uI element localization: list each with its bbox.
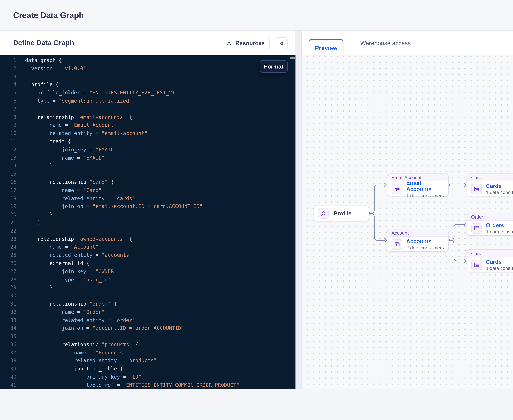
entity-consumer-count: 1 data consumers <box>486 229 513 234</box>
entity-consumer-count: 1 data consumers <box>486 265 513 271</box>
line-number: 7 <box>0 105 16 113</box>
code-text: join_on = "account.ID = order.ACCOUNTID" <box>16 324 184 332</box>
code-line: 7 <box>0 105 296 113</box>
entity-title-link[interactable]: Email Accounts <box>406 180 444 193</box>
line-number: 2 <box>0 64 16 72</box>
code-line: 14 } <box>0 162 296 170</box>
code-line: 11 trait { <box>0 137 296 145</box>
graph-canvas[interactable]: + − ProfileEmail Acco <box>302 55 513 389</box>
edge-arrowhead <box>464 259 466 262</box>
code-text: relationship "card" { <box>16 178 114 186</box>
code-line: 34 join_on = "account.ID = order.ACCOUNT… <box>0 324 296 332</box>
entity-title-link[interactable]: Cards <box>486 183 513 189</box>
code-line: 29 } <box>0 284 296 292</box>
line-number: 32 <box>0 308 16 316</box>
code-text: relationship "owned-accounts" { <box>16 235 132 243</box>
code-text: join_key = "OWNER" <box>16 267 117 275</box>
code-line: 38 related_entity = "products" <box>0 357 296 365</box>
entity-title-link[interactable]: Cards <box>486 259 513 265</box>
code-text: related_entity = "products" <box>16 357 157 365</box>
line-number: 3 <box>0 72 16 81</box>
code-text: version = "v1.0.0" <box>16 64 86 72</box>
entity-node-card-bottom[interactable]: Card Cards 1 data consumers <box>467 249 513 272</box>
code-line: 4 profile { <box>0 81 296 89</box>
code-line: 27 join_key = "OWNER" <box>0 267 296 275</box>
left-panel-header: Define Data Graph Resources « <box>0 31 296 55</box>
entity-node-order[interactable]: Order Orders 1 data consumers <box>467 213 513 236</box>
chevrons-left-icon: « <box>280 39 283 46</box>
code-line: 26 external_id { <box>0 259 296 267</box>
code-line: 1data_graph { <box>0 56 296 64</box>
entity-node-card-top[interactable]: Card Cards 1 data consumer <box>467 173 513 196</box>
resources-button[interactable]: Resources <box>221 37 270 49</box>
entity-consumer-count: 1 data consumers <box>406 193 444 198</box>
code-text: join_key = "EMAIL" <box>16 145 117 154</box>
line-number: 37 <box>0 349 16 357</box>
line-number: 12 <box>0 145 16 154</box>
panel-resize-divider[interactable] <box>296 31 302 389</box>
entity-header: Order <box>467 213 513 221</box>
line-number: 22 <box>0 227 16 235</box>
entity-consumer-count: 1 data consumer <box>486 189 513 195</box>
entity-icon-box <box>471 259 482 270</box>
code-line: 33 related_entity = "order" <box>0 316 296 324</box>
code-line: 37 name = "Products" <box>0 349 296 357</box>
format-button[interactable]: Format <box>260 60 288 73</box>
line-number: 36 <box>0 340 16 349</box>
line-number: 10 <box>0 129 16 137</box>
line-number: 17 <box>0 186 16 194</box>
entity-title-link[interactable]: Accounts <box>406 238 444 245</box>
user-icon <box>320 210 327 217</box>
code-line: 17 name = "Card" <box>0 186 296 194</box>
code-line: 16 relationship "card" { <box>0 178 296 186</box>
entity-header: Account <box>387 229 448 237</box>
editor-scrollbar-thumb[interactable] <box>290 57 295 59</box>
code-line: 15 <box>0 170 296 178</box>
line-number: 26 <box>0 259 16 267</box>
tab-warehouse-access[interactable]: Warehouse access <box>353 31 418 55</box>
code-text <box>16 170 25 178</box>
line-number: 40 <box>0 373 16 381</box>
line-number: 14 <box>0 162 16 170</box>
code-text: table_ref = "ENTITIES.ENTITY_COMMON.ORDE… <box>16 381 239 389</box>
code-text: profile_folder = "ENTITIES.ENTITY_E2E_TE… <box>16 89 178 97</box>
code-line: 12 join_key = "EMAIL" <box>0 145 296 154</box>
line-number: 18 <box>0 194 16 202</box>
code-text: } <box>16 284 53 292</box>
code-line: 5 profile_folder = "ENTITIES.ENTITY_E2E_… <box>0 89 296 97</box>
code-line: 2 version = "v1.0.0" <box>0 64 296 72</box>
code-text: related_entity = "order" <box>16 316 135 324</box>
code-line: 21 } <box>0 219 296 227</box>
line-number: 6 <box>0 97 16 105</box>
table-icon <box>473 186 480 192</box>
panel-title: Define Data Graph <box>13 39 221 47</box>
line-number: 31 <box>0 300 16 308</box>
code-text: type = "segment:unmaterialized" <box>16 97 132 105</box>
collapse-panel-button[interactable]: « <box>276 37 288 49</box>
book-open-icon <box>226 40 232 46</box>
code-text: } <box>16 210 53 219</box>
line-number: 39 <box>0 365 16 373</box>
table-icon <box>394 186 400 192</box>
entity-title-link[interactable]: Orders <box>486 222 513 229</box>
code-text: } <box>16 219 40 227</box>
tab-bar: Preview Warehouse access <box>302 31 513 55</box>
line-number: 9 <box>0 121 16 129</box>
tab-preview[interactable]: Preview <box>309 39 344 55</box>
graph-edge <box>449 240 465 261</box>
line-number: 23 <box>0 235 16 243</box>
code-line: 8 relationship "email-accounts" { <box>0 113 296 121</box>
line-number: 4 <box>0 81 16 89</box>
edge-arrowhead <box>464 223 466 226</box>
entity-icon-box <box>471 223 482 233</box>
line-number: 25 <box>0 251 16 259</box>
entity-node-account[interactable]: Account Accounts 2 data consumers <box>387 229 449 252</box>
code-editor[interactable]: Format 1data_graph {2 version = "v1.0.0"… <box>0 55 296 389</box>
preview-panel: Preview Warehouse access + − <box>302 31 513 389</box>
entity-node-email-account[interactable]: Email Account Email Accounts 1 data cons… <box>387 173 449 196</box>
line-number: 19 <box>0 202 16 210</box>
code-line: 28 type = "user_id" <box>0 275 296 284</box>
line-number: 30 <box>0 292 16 300</box>
profile-node[interactable]: Profile <box>314 205 369 221</box>
line-number: 11 <box>0 137 16 145</box>
